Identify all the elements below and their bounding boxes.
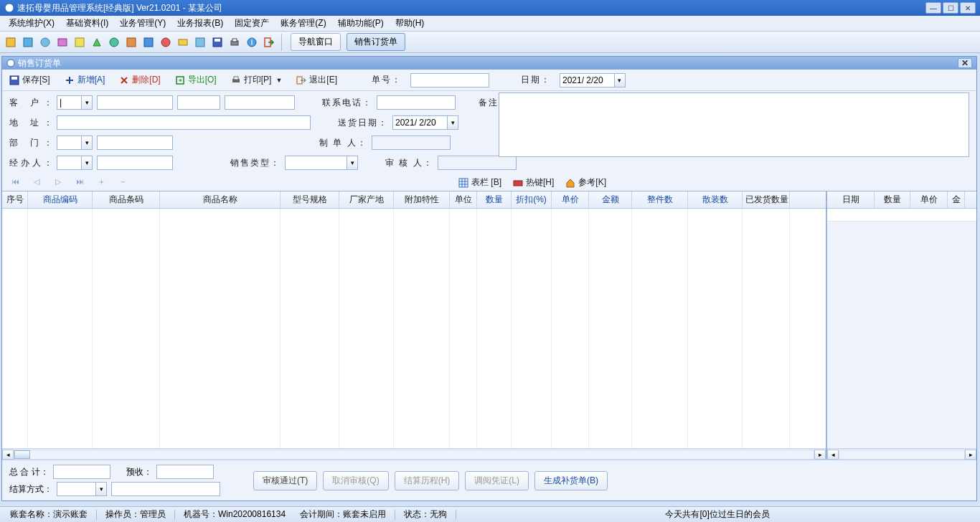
save-button[interactable]: 保存[S] <box>6 72 53 87</box>
saletype-combo[interactable]: ▾ <box>285 156 358 170</box>
scroll-left-icon[interactable]: ◂ <box>827 450 839 460</box>
last-record-icon[interactable]: ⏭ <box>74 177 85 186</box>
date-input[interactable] <box>560 73 614 87</box>
first-record-icon[interactable]: ⏮ <box>9 177 21 186</box>
column-header[interactable]: 单价 <box>910 191 948 208</box>
column-header[interactable]: 单价 <box>552 191 589 208</box>
menu-report[interactable]: 业务报表(B) <box>171 16 229 31</box>
sales-order-button[interactable]: 销售订货单 <box>347 33 405 51</box>
column-header[interactable]: 序号 <box>2 191 28 208</box>
column-header[interactable]: 商品条码 <box>93 191 160 208</box>
menu-basic[interactable]: 基础资料(I) <box>60 16 114 31</box>
scroll-right-icon[interactable]: ▸ <box>965 450 976 460</box>
prev-record-icon[interactable]: ◁ <box>31 177 42 186</box>
window-title: 速拓母婴用品管理系统[经典版] Ver21.0201 - 某某公司 <box>17 2 925 14</box>
menu-system[interactable]: 系统维护(X) <box>3 16 60 31</box>
toolbar-icon-exit[interactable] <box>263 36 275 49</box>
minimize-button[interactable]: — <box>925 2 941 14</box>
toolbar-icon-8[interactable] <box>125 36 138 49</box>
column-header[interactable]: 折扣(%) <box>512 191 552 208</box>
column-header[interactable]: 附加特性 <box>394 191 450 208</box>
toolbar-icon-4[interactable] <box>56 36 69 49</box>
print-button[interactable]: 打印[P]▼ <box>228 72 286 87</box>
export-button[interactable]: 导出[O] <box>172 72 220 87</box>
delete-button[interactable]: 删除[D] <box>116 72 163 87</box>
billno-input[interactable] <box>410 73 489 87</box>
scroll-right-icon[interactable]: ▸ <box>814 450 826 460</box>
toolbar-icon-12[interactable] <box>194 36 207 49</box>
address-input[interactable] <box>57 115 311 130</box>
form-area: 客 户： ▾ 联系电话： 备注： 地 址： 送货日期： ▾ 部 门： ▾ 制 单… <box>2 91 976 174</box>
dropdown-icon[interactable]: ▼ <box>275 77 282 84</box>
column-header[interactable]: 金额 <box>589 191 632 208</box>
toolbar-icon-2[interactable] <box>22 36 34 49</box>
column-header[interactable]: 已发货数量 <box>743 191 790 208</box>
customer-ext2-input[interactable] <box>225 95 295 110</box>
nav-window-button[interactable]: 导航窗口 <box>291 33 341 51</box>
column-header[interactable]: 型号规格 <box>281 191 339 208</box>
menu-aux[interactable]: 辅助功能(P) <box>332 16 390 31</box>
toolbar-icon-10[interactable] <box>159 36 172 49</box>
del-record-icon[interactable]: － <box>117 177 128 186</box>
gen-replenish-button[interactable]: 生成补货单(B) <box>534 471 608 490</box>
column-header[interactable]: 商品名称 <box>160 191 281 208</box>
toolbar-icon-6[interactable] <box>90 36 103 49</box>
remark-textarea[interactable] <box>499 92 969 157</box>
menu-finance[interactable]: 账务管理(Z) <box>275 16 331 31</box>
svg-rect-4 <box>58 39 67 46</box>
dept-combo[interactable]: ▾ <box>57 136 93 150</box>
toolbar-icon-11[interactable] <box>176 36 189 49</box>
contact-input[interactable] <box>377 95 456 110</box>
toolbar-icon-save[interactable] <box>211 36 224 49</box>
h-scrollbar-right[interactable]: ◂ ▸ <box>827 448 976 460</box>
close-button[interactable]: ✕ <box>960 2 976 14</box>
add-button[interactable]: 新增[A] <box>62 72 108 87</box>
add-record-icon[interactable]: ＋ <box>95 177 107 186</box>
column-header[interactable]: 散装数 <box>688 191 743 208</box>
subwindow-close-button[interactable]: ✕ <box>958 58 972 68</box>
toolbar-icon-9[interactable] <box>142 36 155 49</box>
column-header[interactable]: 单位 <box>450 191 477 208</box>
column-header[interactable]: 数量 <box>477 191 512 208</box>
settle-combo[interactable]: ▾ <box>57 482 107 496</box>
menu-business[interactable]: 业务管理(Y) <box>114 16 171 31</box>
settle-name-input[interactable] <box>111 482 220 496</box>
menu-help[interactable]: 帮助(H) <box>390 16 430 31</box>
toolbar-icon-7[interactable] <box>108 36 121 49</box>
aux-table-body[interactable] <box>827 209 976 448</box>
toolbar-icon-info[interactable]: i <box>245 36 258 49</box>
approve-button[interactable]: 审核通过(T) <box>253 471 317 490</box>
table-columns-button[interactable]: 表栏 [B] <box>458 176 501 189</box>
calendar-icon[interactable]: ▾ <box>614 73 626 87</box>
exit-button[interactable]: 退出[E] <box>293 72 340 87</box>
prepay-input[interactable] <box>156 465 214 479</box>
toolbar-icon-1[interactable] <box>4 36 17 49</box>
next-record-icon[interactable]: ▷ <box>52 177 64 186</box>
menu-asset[interactable]: 固定资产 <box>229 16 275 31</box>
column-header[interactable]: 金 <box>948 191 965 208</box>
handler-combo[interactable]: ▾ <box>57 156 93 170</box>
handler-name-input[interactable] <box>97 156 173 170</box>
date-picker[interactable]: ▾ <box>560 73 626 87</box>
customer-ext1-input[interactable] <box>177 95 220 110</box>
calendar-icon[interactable]: ▾ <box>447 115 458 130</box>
main-table-body[interactable] <box>2 209 826 448</box>
dept-name-input[interactable] <box>97 136 173 150</box>
toolbar-icon-print[interactable] <box>228 36 241 49</box>
maximize-button[interactable]: ☐ <box>943 2 958 14</box>
column-header[interactable]: 日期 <box>827 191 875 208</box>
svg-point-6 <box>110 38 118 47</box>
toolbar-icon-3[interactable] <box>39 36 52 49</box>
column-header[interactable]: 厂家产地 <box>339 191 394 208</box>
column-header[interactable]: 整件数 <box>632 191 688 208</box>
column-header[interactable]: 商品编码 <box>28 191 93 208</box>
reference-button[interactable]: 参考[K] <box>565 176 606 189</box>
customer-name-input[interactable] <box>97 95 173 110</box>
h-scrollbar-left[interactable]: ◂ ▸ <box>2 448 826 460</box>
hotkey-button[interactable]: 热键[H] <box>513 176 554 189</box>
column-header[interactable]: 数量 <box>875 191 910 208</box>
customer-combo[interactable]: ▾ <box>57 95 93 110</box>
toolbar-icon-5[interactable] <box>73 36 86 49</box>
scroll-left-icon[interactable]: ◂ <box>2 450 14 460</box>
delivery-picker[interactable]: ▾ <box>392 115 458 130</box>
